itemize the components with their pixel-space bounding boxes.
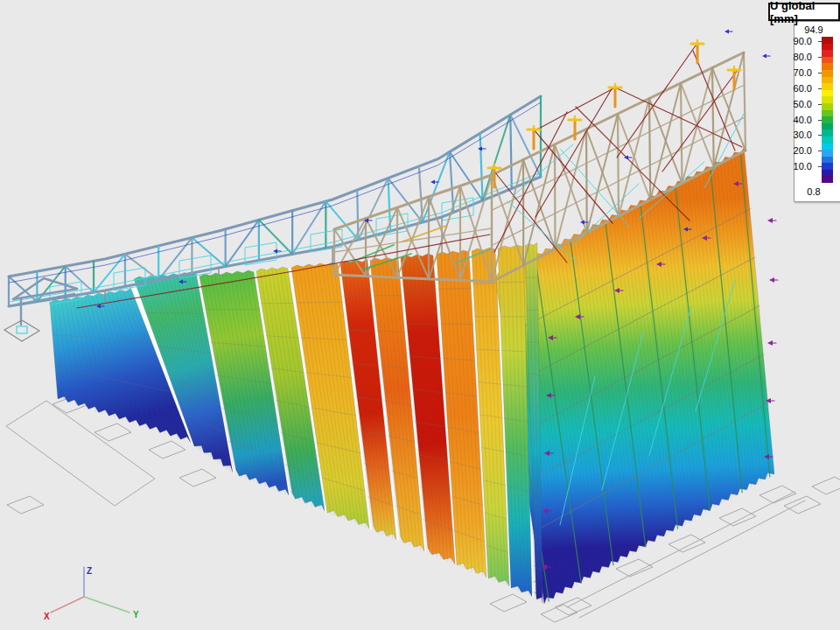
model-viewport[interactable]: ZXY bbox=[0, 0, 840, 630]
legend-tick-label: 30.0 bbox=[777, 130, 812, 140]
x-axis-label: X bbox=[44, 612, 50, 621]
colorbar-segment bbox=[822, 90, 833, 97]
legend-tick-mark bbox=[818, 150, 822, 151]
colorbar-segment bbox=[822, 70, 833, 77]
legend-tick-mark bbox=[818, 57, 822, 58]
colorbar-segment bbox=[822, 77, 833, 84]
legend-tick-label: 60.0 bbox=[777, 83, 812, 94]
colorbar bbox=[822, 37, 833, 183]
legend-tick-label: 90.0 bbox=[777, 36, 812, 46]
legend-tick-mark bbox=[818, 120, 822, 121]
colorbar-segment bbox=[822, 157, 833, 164]
legend-tick-mark bbox=[818, 73, 822, 74]
colorbar-segment bbox=[822, 96, 833, 103]
colorbar-segment bbox=[822, 44, 833, 51]
legend-tick-mark bbox=[818, 135, 822, 136]
legend-tick-mark bbox=[818, 88, 822, 89]
colorbar-segment bbox=[822, 170, 833, 177]
colorbar-segment bbox=[822, 150, 833, 157]
legend-tick-label: 50.0 bbox=[777, 99, 812, 109]
legend-title-text: U global [mm] bbox=[770, 0, 838, 25]
colorbar-segment bbox=[822, 110, 833, 117]
colorbar-segment bbox=[822, 57, 833, 64]
colorbar-segment bbox=[822, 83, 833, 90]
legend-max-value: 94.9 bbox=[794, 24, 833, 35]
colorbar-segment bbox=[822, 176, 833, 183]
legend-tick-label: 10.0 bbox=[777, 161, 812, 172]
legend-tick-label: 80.0 bbox=[777, 52, 812, 62]
colorbar-segment bbox=[822, 116, 833, 123]
legend-tick-label: 40.0 bbox=[777, 115, 812, 125]
z-axis-label: Z bbox=[87, 566, 92, 576]
y-axis-label: Y bbox=[133, 610, 139, 620]
structural-analysis-app: ZXY U global [mm] 94.9 90.080.070.060.05… bbox=[0, 0, 840, 630]
colorbar-segment bbox=[822, 63, 833, 70]
legend-tick-label: 70.0 bbox=[777, 67, 812, 78]
colorbar-segment bbox=[822, 37, 833, 44]
colorbar-segment bbox=[822, 144, 833, 150]
colorbar-segment bbox=[822, 163, 833, 170]
legend-tick-mark bbox=[818, 41, 822, 42]
colorbar-segment bbox=[822, 123, 833, 130]
legend-min-value: 0.8 bbox=[794, 186, 833, 197]
legend-tick-mark bbox=[818, 166, 822, 167]
colorbar-segment bbox=[822, 130, 833, 136]
colorbar-segment bbox=[822, 103, 833, 110]
legend-tick-mark bbox=[818, 104, 822, 105]
legend-title: U global [mm] bbox=[768, 3, 840, 21]
colorbar-segment bbox=[822, 136, 833, 144]
legend-tick-label: 20.0 bbox=[777, 145, 812, 156]
result-legend: 94.9 90.080.070.060.050.040.030.020.010.… bbox=[794, 21, 840, 202]
colorbar-segment bbox=[822, 50, 833, 57]
